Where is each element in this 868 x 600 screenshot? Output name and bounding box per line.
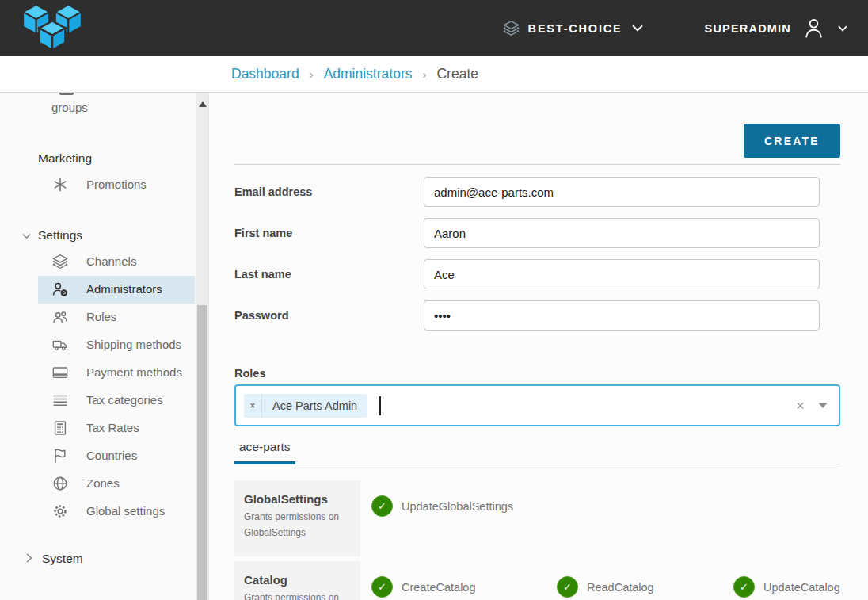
permission-group-name: Catalog [244, 573, 354, 587]
sidebar-item-label: Payment methods [86, 365, 182, 379]
email-field[interactable] [424, 177, 820, 207]
permission-cells: ✓ UpdateGlobalSettings [360, 480, 840, 556]
first-name-label: First name [234, 218, 424, 248]
sidebar-item-label: Countries [86, 449, 137, 462]
chip-label: Ace Parts Admin [262, 394, 367, 418]
calculator-icon [51, 419, 70, 437]
role-chip: × Ace Parts Admin [244, 394, 367, 418]
table-row-catalog: Catalog Grants permissions on Products, … [234, 561, 840, 600]
permission-cells: ✓ CreateCatalog ✓ ReadCatalog ✓ UpdateCa… [360, 561, 840, 600]
form-row-email: Email address [234, 177, 840, 207]
permission-label: UpdateGlobalSettings [402, 500, 513, 513]
channel-label: BEST-CHOICE [528, 22, 622, 35]
sidebar-item-label: Channels [86, 254, 136, 268]
tab-ace-parts[interactable]: ace-parts [234, 438, 295, 464]
sidebar: groups Marketing Promotions Settings [0, 93, 209, 600]
content-area: CREATE Email address First name Last nam… [209, 93, 868, 600]
chevron-down-icon [632, 25, 643, 32]
password-field[interactable] [424, 300, 820, 331]
sidebar-item-label: Shipping methods [86, 338, 181, 351]
form-row-password: Password [234, 300, 840, 331]
sidebar-item-administrators[interactable]: Administrators [38, 276, 195, 304]
app-logo[interactable] [22, 5, 82, 52]
permissions-tabs: ace-parts [234, 438, 840, 464]
sidebar-item-customer-groups[interactable]: groups [38, 97, 195, 122]
sidebar-item-promotions[interactable]: Promotions [38, 171, 195, 199]
check-icon: ✓ [371, 495, 393, 517]
sidebar-item-shipping-methods[interactable]: Shipping methods [38, 331, 195, 359]
users-icon [51, 308, 70, 326]
user-menu[interactable]: SUPERADMIN [705, 16, 847, 40]
breadcrumb-separator: › [422, 67, 426, 81]
sidebar-item-label: Roles [86, 310, 116, 323]
sidebar-item-zones[interactable]: Zones [38, 470, 195, 498]
cog-icon [51, 503, 70, 520]
sidebar-item-label: groups [51, 101, 88, 114]
permission-group-description: Grants permissions on Products, Facets [244, 590, 354, 600]
first-name-field[interactable] [424, 218, 820, 248]
user-icon [801, 16, 826, 40]
sidebar-item-tax-categories[interactable]: Tax categories [38, 387, 195, 415]
text-cursor [379, 396, 381, 415]
roles-select[interactable]: × Ace Parts Admin × [234, 384, 840, 426]
chevron-right-icon [26, 553, 35, 563]
permission-group-description: Grants permissions on GlobalSettings [244, 510, 354, 541]
clear-selection-button[interactable]: × [796, 399, 805, 413]
action-bar: CREATE [234, 124, 840, 158]
email-label: Email address [234, 177, 424, 207]
dropdown-toggle-icon[interactable] [818, 403, 828, 408]
password-label: Password [234, 300, 424, 331]
table-row-globalsettings: GlobalSettings Grants permissions on Glo… [234, 480, 840, 556]
chip-remove-button[interactable]: × [244, 394, 262, 418]
channel-switcher[interactable]: BEST-CHOICE [502, 19, 643, 37]
permission-toggle-updatecatalog[interactable]: ✓ UpdateCatalog [733, 576, 840, 598]
sidebar-item-label: Promotions [86, 178, 147, 191]
permission-toggle-createcatalog[interactable]: ✓ CreateCatalog [371, 576, 557, 598]
permission-group-cell: GlobalSettings Grants permissions on Glo… [234, 480, 360, 556]
permission-label: ReadCatalog [587, 581, 654, 594]
roles-label: Roles [234, 367, 840, 380]
flag-icon [51, 447, 70, 464]
divider [234, 164, 840, 165]
breadcrumb-link-dashboard[interactable]: Dashboard [231, 66, 299, 82]
permission-label: CreateCatalog [402, 581, 476, 594]
sidebar-item-global-settings[interactable]: Global settings [38, 498, 195, 525]
chevron-down-icon [838, 25, 847, 32]
cube-logo-icon [22, 5, 82, 52]
user-label: SUPERADMIN [705, 22, 791, 35]
sidebar-item-countries[interactable]: Countries [38, 442, 195, 470]
credit-card-icon [51, 364, 70, 381]
topbar: BEST-CHOICE SUPERADMIN [0, 0, 868, 56]
sidebar-item-payment-methods[interactable]: Payment methods [38, 359, 195, 387]
check-icon: ✓ [733, 576, 755, 598]
permission-toggle-readcatalog[interactable]: ✓ ReadCatalog [557, 576, 733, 598]
last-name-label: Last name [234, 259, 424, 289]
sidebar-item-label: Administrators [86, 282, 162, 296]
chevron-down-icon [22, 233, 31, 239]
check-icon: ✓ [371, 576, 393, 598]
permission-label: UpdateCatalog [763, 581, 840, 594]
main-layout: groups Marketing Promotions Settings [0, 93, 868, 600]
last-name-field[interactable] [424, 259, 820, 289]
form-row-last-name: Last name [234, 259, 840, 289]
sidebar-item-label: Tax Rates [86, 421, 139, 434]
sidebar-item-roles[interactable]: Roles [38, 304, 195, 331]
form-row-first-name: First name [234, 218, 840, 248]
scrollbar-thumb[interactable] [197, 305, 207, 600]
sidebar-item-tax-rates[interactable]: Tax Rates [38, 415, 195, 442]
globe-icon [51, 475, 70, 492]
create-button[interactable]: CREATE [744, 124, 840, 158]
select-controls: × [796, 399, 828, 413]
section-header-system[interactable]: System [26, 552, 208, 566]
scroll-up-arrow[interactable] [199, 101, 207, 107]
sidebar-item-label: Zones [86, 476, 120, 490]
permission-toggle-updateglobalsettings[interactable]: ✓ UpdateGlobalSettings [371, 495, 557, 517]
sidebar-scrollbar[interactable] [196, 93, 208, 600]
sidebar-item-channels[interactable]: Channels [38, 248, 195, 276]
breadcrumb-current: Create [436, 66, 478, 82]
sidebar-item-label: Global settings [86, 504, 165, 518]
breadcrumb-separator: › [310, 67, 314, 81]
section-header-settings[interactable]: Settings [22, 228, 208, 243]
breadcrumb-link-administrators[interactable]: Administrators [324, 66, 413, 82]
permission-group-cell: Catalog Grants permissions on Products, … [234, 561, 360, 600]
